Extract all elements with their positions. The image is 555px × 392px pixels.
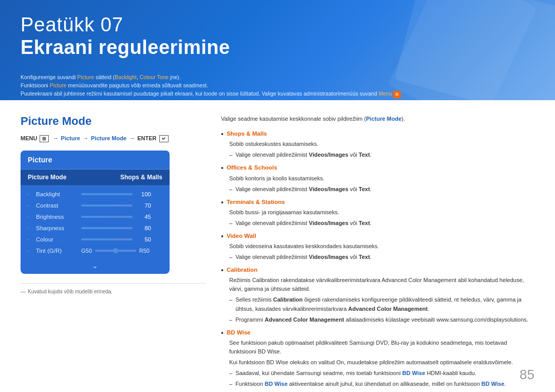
chevron-down-icon: ⌄ [21,259,170,274]
bullet-offices-schools: • Offices & Schools Sobib kontoris ja ko… [221,163,534,193]
colour-row: · Colour 50 [21,234,170,245]
header-description: Konfigureerige suvandi Picture sätteid (… [21,73,534,98]
bullet-calibration: • Calibration Režiimis Calibration raken… [221,266,534,324]
picture-mode-row[interactable]: Picture Mode Shops & Malls [21,170,170,185]
tint-row: · Tint (G/R) G50 R50 [21,245,170,256]
desc-line1: Konfigureerige suvandi Picture sätteid (… [21,73,534,82]
desc-line2: Funktsiooni Picture menüüsuvandite paigu… [21,82,534,90]
section-title: Picture Mode [21,115,206,128]
intro-text: Valige seadme kasutamise keskkonnale sob… [221,115,534,123]
header-section: Peatükk 07 Ekraani reguleerimine Konfigu… [0,0,555,100]
brightness-row: · Brightness 45 [21,211,170,222]
bullet-terminals-stations: • Terminals & Stations Sobib bussi- ja r… [221,198,534,228]
main-content: Picture Mode MENU ⊞ → Picture → Picture … [0,100,555,392]
desc-line3: Puuteekraani abil juhtimise režiimi kasu… [21,90,534,98]
chapter-number: Peatükk 07 [21,14,534,36]
backlight-row: · Backlight 100 [21,189,170,200]
right-column: Valige seadme kasutamise keskkonnale sob… [221,115,534,382]
bullet-bd-wise: • BD Wise See funktsioon pakub optimaals… [221,328,534,388]
page-number: 85 [520,367,534,383]
menu-path: MENU ⊞ → Picture → Picture Mode → ENTER … [21,135,206,142]
chapter-title: Ekraani reguleerimine [21,36,534,60]
caption-text: ―Kuvatud kujutis võib mudeliti erineda. [21,283,206,294]
panel-header: Picture [21,151,170,170]
bullet-shops-malls: • Shops & Malls Sobib ostukeskustes kasu… [221,129,534,159]
picture-panel: Picture Picture Mode Shops & Malls · Bac… [21,151,170,274]
sharpness-row: · Sharpness 80 [21,222,170,234]
panel-settings: · Backlight 100 · Contrast [21,185,170,259]
left-column: Picture Mode MENU ⊞ → Picture → Picture … [21,115,206,382]
contrast-row: · Contrast 70 [21,200,170,211]
picture-mode-value: Shops & Malls [120,174,162,181]
bullet-video-wall: • Video Wall Sobib videoseina kasutavate… [221,232,534,262]
picture-mode-label: Picture Mode [28,174,66,181]
